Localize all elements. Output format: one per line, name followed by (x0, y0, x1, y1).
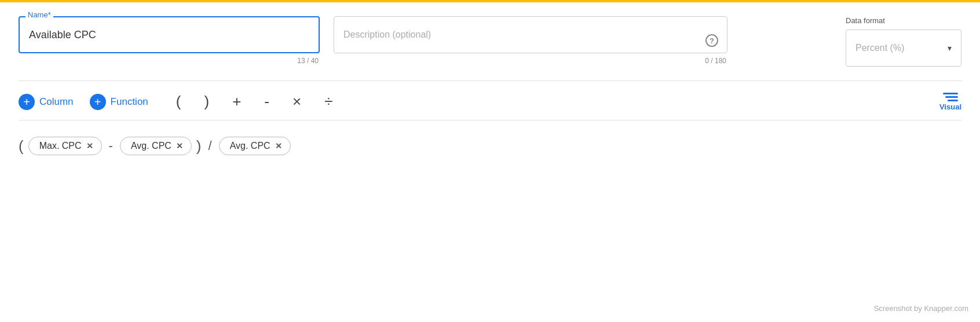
chevron-down-icon: ▾ (948, 43, 952, 53)
formula-close-paren: ) (196, 137, 202, 155)
visual-label: Visual (939, 103, 961, 111)
visual-icon (943, 93, 958, 101)
data-format-label: Data format (846, 16, 885, 25)
chip-max-cpc-label: Max. CPC (39, 141, 82, 151)
formula-minus-op: - (109, 138, 113, 153)
minus-button[interactable]: - (253, 93, 281, 111)
formula-divide-op: / (209, 138, 212, 153)
formula-open-paren: ( (19, 137, 24, 155)
chip-max-cpc-close[interactable]: ✕ (86, 141, 93, 151)
fields-row: Name* 13 / 40 ? 0 / 180 Data format Perc… (19, 16, 961, 67)
chip-avg-cpc-2-close[interactable]: ✕ (275, 141, 282, 151)
main-content: Name* 13 / 40 ? 0 / 180 Data format Perc… (0, 2, 980, 155)
formula-toolbar: + Column + Function ( ) + - × ÷ Visual (19, 93, 961, 120)
function-btn-label: Function (111, 96, 148, 108)
data-format-group: Data format Percent (%) ▾ (846, 16, 961, 67)
description-input[interactable] (334, 16, 727, 53)
name-input[interactable] (19, 16, 320, 53)
name-char-count: 13 / 40 (19, 57, 320, 65)
add-function-button[interactable]: + Function (90, 94, 148, 110)
paren-open-button[interactable]: ( (164, 93, 193, 111)
watermark: Screenshot by Knapper.com (874, 304, 968, 313)
name-field-group: Name* 13 / 40 (19, 16, 320, 65)
help-icon[interactable]: ? (705, 34, 718, 47)
name-input-wrapper: Name* (19, 16, 320, 53)
chip-avg-cpc-1-close[interactable]: ✕ (176, 141, 183, 151)
column-btn-label: Column (39, 96, 74, 108)
data-format-value: Percent (%) (855, 43, 904, 53)
multiply-button[interactable]: × (281, 93, 313, 111)
visual-button[interactable]: Visual (939, 93, 961, 111)
description-field-group: ? 0 / 180 (334, 16, 727, 65)
visual-line-3 (948, 100, 958, 101)
paren-close-button[interactable]: ) (192, 93, 221, 111)
plus-circle-function: + (90, 94, 106, 110)
formula-chip-avg-cpc-2[interactable]: Avg. CPC ✕ (219, 137, 291, 155)
name-label: Name* (25, 10, 53, 19)
plus-button[interactable]: + (221, 93, 253, 111)
data-format-select[interactable]: Percent (%) ▾ (846, 30, 961, 67)
visual-line-1 (943, 93, 958, 94)
formula-chip-max-cpc[interactable]: Max. CPC ✕ (28, 137, 102, 155)
formula-chip-avg-cpc-1[interactable]: Avg. CPC ✕ (120, 137, 192, 155)
plus-circle-column: + (19, 94, 35, 110)
chip-avg-cpc-1-label: Avg. CPC (131, 141, 171, 151)
divider-top (19, 80, 961, 81)
visual-line-2 (945, 96, 958, 98)
chip-avg-cpc-2-label: Avg. CPC (230, 141, 270, 151)
divide-button[interactable]: ÷ (313, 93, 344, 111)
add-column-button[interactable]: + Column (19, 94, 74, 110)
formula-area: ( Max. CPC ✕ - Avg. CPC ✕ ) / Avg. CPC ✕ (19, 120, 961, 155)
description-char-count: 0 / 180 (334, 57, 727, 65)
